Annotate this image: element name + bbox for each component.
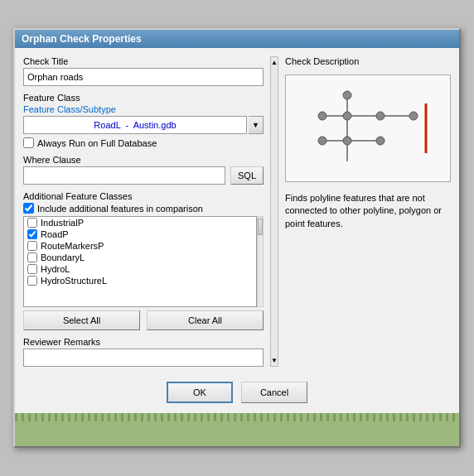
always-run-checkbox[interactable] [23, 137, 34, 148]
svg-point-11 [376, 137, 385, 145]
list-item-checkbox[interactable] [27, 252, 37, 262]
check-title-input[interactable] [23, 68, 264, 86]
svg-point-9 [343, 137, 351, 145]
svg-point-8 [376, 112, 385, 120]
dialog-body: Check Title Feature Class Feature Class/… [15, 48, 459, 375]
svg-point-12 [343, 112, 351, 120]
include-additional-row: Include additional features in compariso… [23, 203, 264, 214]
feature-list[interactable]: IndustrialPRoadPRouteMarkersPBoundaryLHy… [23, 216, 257, 307]
check-title-label: Check Title [23, 56, 264, 66]
grass-area [15, 413, 459, 446]
include-additional-label: Include additional features in compariso… [37, 204, 203, 214]
list-item-label: HydroL [41, 264, 70, 274]
reviewer-remarks-input[interactable] [23, 349, 264, 367]
feature-class-label: Feature Class [23, 93, 264, 103]
where-clause-row: SQL [23, 166, 264, 185]
always-run-row: Always Run on Full Database [23, 137, 264, 148]
list-item[interactable]: RoadP [24, 228, 256, 240]
feature-class-field[interactable] [23, 116, 247, 134]
svg-point-10 [318, 137, 326, 145]
list-item-checkbox[interactable] [27, 218, 37, 228]
dialog-title: Orphan Check Properties [22, 33, 142, 45]
list-item[interactable]: HydroStructureL [24, 275, 256, 286]
reviewer-remarks-label: Reviewer Remarks [23, 337, 264, 347]
check-description-title: Check Description [285, 56, 451, 66]
feature-class-dropdown-btn[interactable]: ▼ [249, 116, 264, 134]
scroll-down-arrow[interactable]: ▼ [271, 355, 278, 366]
list-item-label: IndustrialP [41, 218, 84, 228]
right-panel: Check Description [285, 56, 451, 367]
where-clause-section: Where Clause SQL [23, 155, 264, 185]
reviewer-remarks-section: Reviewer Remarks [23, 337, 264, 367]
svg-point-7 [318, 112, 326, 120]
scroll-track [271, 68, 278, 355]
always-run-label: Always Run on Full Database [37, 138, 157, 148]
cancel-button[interactable]: Cancel [241, 382, 307, 403]
title-bar: Orphan Check Properties [15, 30, 459, 48]
svg-point-13 [409, 112, 418, 120]
orphan-check-dialog: Orphan Check Properties Check Title Feat… [13, 28, 461, 448]
list-item-checkbox[interactable] [27, 264, 37, 274]
list-item-label: RouteMarkersP [41, 241, 104, 251]
svg-point-14 [343, 91, 351, 99]
select-all-button[interactable]: Select All [23, 310, 140, 330]
list-btn-row: Select All Clear All [23, 310, 264, 330]
list-item[interactable]: RouteMarkersP [24, 240, 256, 252]
list-item[interactable]: HydroL [24, 263, 256, 275]
ok-button[interactable]: OK [167, 382, 233, 403]
sql-button[interactable]: SQL [230, 166, 264, 185]
scrollbar-thumb [258, 219, 263, 235]
diagram-box [285, 75, 451, 182]
where-clause-input[interactable] [23, 166, 225, 185]
feature-class-section: Feature Class Feature Class/Subtype ▼ Al… [23, 93, 264, 148]
list-item-checkbox[interactable] [27, 241, 37, 251]
include-additional-checkbox[interactable] [23, 203, 34, 214]
where-clause-label: Where Clause [23, 155, 264, 165]
list-item-label: BoundaryL [41, 252, 85, 262]
dialog-footer: OK Cancel [15, 375, 459, 413]
left-panel: Check Title Feature Class Feature Class/… [23, 56, 264, 367]
list-item-checkbox[interactable] [27, 276, 37, 286]
list-item[interactable]: IndustrialP [24, 217, 256, 228]
list-item-label: RoadP [41, 229, 69, 239]
check-title-section: Check Title [23, 56, 264, 86]
feature-class-dropdown-row: ▼ [23, 116, 264, 134]
list-item[interactable]: BoundaryL [24, 252, 256, 263]
list-area: IndustrialPRoadPRouteMarkersPBoundaryLHy… [23, 216, 264, 307]
check-description-text: Finds polyline features that are not con… [285, 192, 451, 230]
clear-all-button[interactable]: Clear All [147, 310, 264, 330]
diagram-svg [297, 79, 438, 178]
list-item-label: HydroStructureL [41, 276, 107, 286]
list-scrollbar[interactable] [257, 216, 264, 307]
additional-label: Additional Feature Classes [23, 191, 264, 201]
feature-class-sublabel: Feature Class/Subtype [23, 104, 264, 114]
list-item-checkbox[interactable] [27, 229, 37, 239]
scroll-up-arrow[interactable]: ▲ [271, 57, 278, 68]
main-scrollbar[interactable]: ▲ ▼ [270, 56, 278, 367]
additional-section: Additional Feature Classes Include addit… [23, 191, 264, 330]
